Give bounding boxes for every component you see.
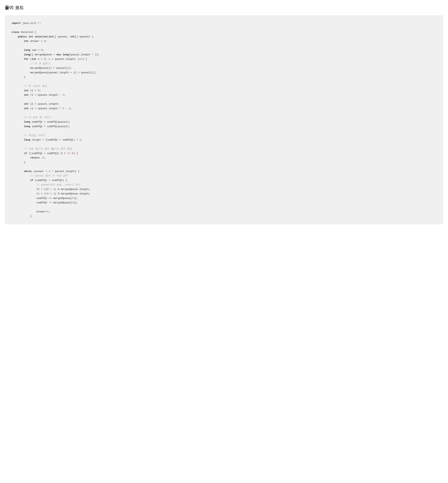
code-container: import java.util.*; class Solution { pub…	[5, 15, 443, 224]
code-block: import java.util.*; class Solution { pub…	[12, 21, 436, 218]
page-title: 풀이 코드	[5, 5, 443, 11]
